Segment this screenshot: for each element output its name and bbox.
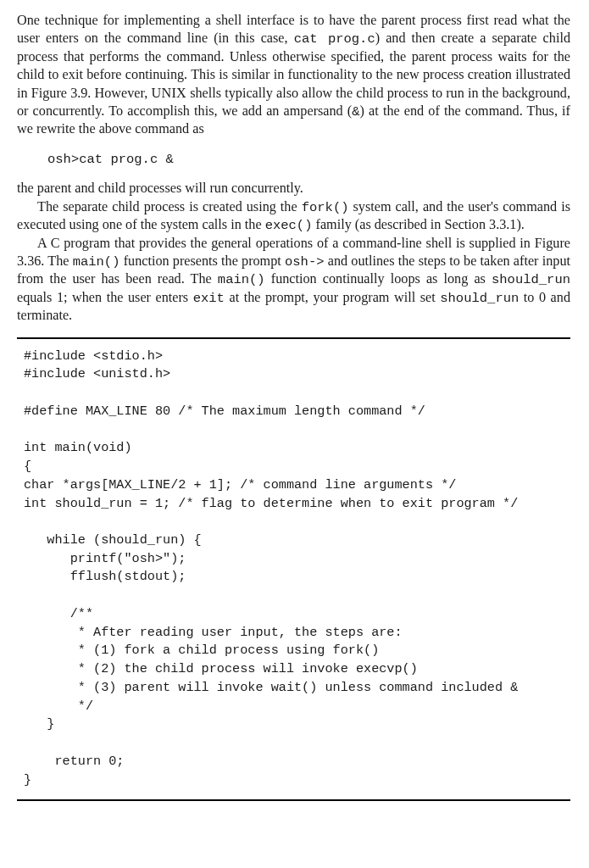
text: The separate child process is created us…	[37, 199, 302, 214]
paragraph-1: One technique for implementing a shell i…	[17, 12, 570, 139]
page-content: One technique for implementing a shell i…	[0, 0, 589, 868]
command-line-example: osh>cat prog.c &	[47, 151, 570, 168]
inline-code: cat prog.c	[294, 31, 375, 47]
inline-code: osh->	[285, 254, 325, 270]
inline-code: main()	[73, 254, 120, 270]
text: family (as described in Section 3.3.1).	[312, 217, 524, 232]
inline-code: main()	[218, 272, 265, 287]
text: at the prompt, your program will set	[225, 290, 440, 305]
paragraph-3: The separate child process is created us…	[17, 198, 570, 235]
text: equals 1; when the user enters	[17, 290, 193, 305]
divider-top	[17, 337, 570, 339]
divider-bottom	[17, 799, 570, 801]
inline-code: &	[352, 104, 359, 120]
inline-code: exit	[193, 291, 225, 306]
code-listing: #include <stdio.h> #include <unistd.h> #…	[24, 348, 570, 790]
paragraph-2: the parent and child processes will run …	[17, 180, 570, 198]
paragraph-4: A C program that provides the general op…	[17, 235, 570, 326]
inline-code: fork()	[302, 200, 349, 215]
inline-code: should_run	[440, 291, 519, 306]
inline-code: should_run	[492, 272, 570, 287]
text: function continually loops as long as	[265, 271, 492, 287]
small-caps: UNIX	[151, 86, 186, 101]
inline-code: exec()	[265, 218, 313, 233]
text: function presents the prompt	[119, 253, 285, 269]
